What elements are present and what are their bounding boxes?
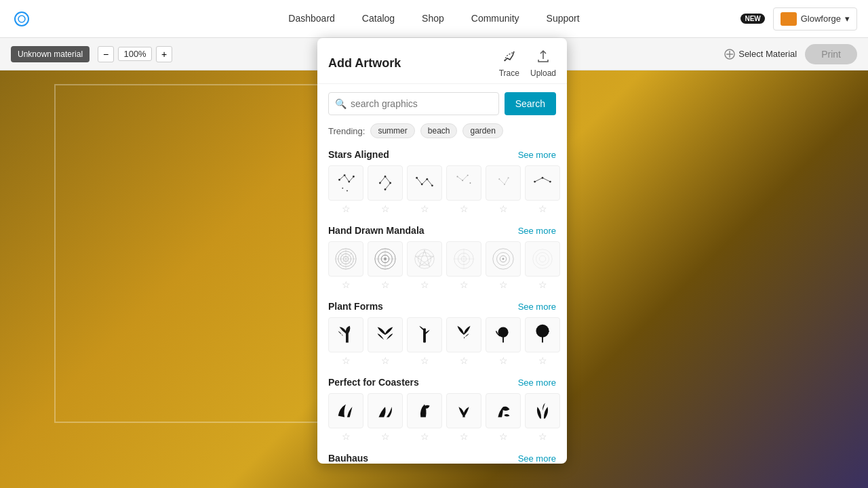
graphic-item[interactable]: ☆ xyxy=(328,241,363,290)
nav-community[interactable]: Community xyxy=(458,2,533,36)
graphic-item[interactable]: ☆ xyxy=(525,241,560,290)
nav-dashboard[interactable]: Dashboard xyxy=(275,2,349,36)
zoom-decrease-button[interactable]: − xyxy=(98,46,114,62)
graphic-thumb xyxy=(525,165,560,201)
graphic-item[interactable]: ☆ xyxy=(407,165,442,214)
favorite-star[interactable]: ☆ xyxy=(342,203,351,214)
favorite-star[interactable]: ☆ xyxy=(381,431,390,442)
graphic-thumb xyxy=(446,241,481,277)
nav-support[interactable]: Support xyxy=(533,2,593,36)
svg-point-12 xyxy=(342,188,343,189)
favorite-star[interactable]: ☆ xyxy=(342,279,351,290)
select-material-button[interactable]: Select Material xyxy=(724,48,797,60)
zoom-increase-button[interactable]: + xyxy=(156,46,172,62)
svg-line-42 xyxy=(535,178,542,182)
section-title-bauhaus: Bauhaus xyxy=(328,453,368,464)
svg-point-1 xyxy=(18,16,25,22)
graphic-item[interactable]: ☆ xyxy=(368,393,403,442)
graphic-item[interactable]: ☆ xyxy=(446,393,481,442)
favorite-star[interactable]: ☆ xyxy=(460,203,469,214)
svg-line-33 xyxy=(462,176,468,181)
favorite-star[interactable]: ☆ xyxy=(499,203,508,214)
nav-shop[interactable]: Shop xyxy=(408,2,458,36)
graphic-item[interactable]: ☆ xyxy=(407,393,442,442)
graphic-item[interactable]: ☆ xyxy=(368,165,403,214)
favorite-star[interactable]: ☆ xyxy=(499,355,508,366)
favorite-star[interactable]: ☆ xyxy=(538,355,547,366)
upload-button[interactable]: Upload xyxy=(530,49,556,78)
svg-point-0 xyxy=(15,12,28,26)
graphic-item[interactable]: ☆ xyxy=(486,241,521,290)
graphic-thumb xyxy=(486,165,521,201)
trending-tag-beach[interactable]: beach xyxy=(420,123,458,138)
favorite-star[interactable]: ☆ xyxy=(342,355,351,366)
logo-icon[interactable] xyxy=(11,8,33,30)
graphic-item[interactable]: ☆ xyxy=(328,393,363,442)
favorite-star[interactable]: ☆ xyxy=(381,203,390,214)
graphic-item[interactable]: ☆ xyxy=(328,165,363,214)
graphic-item[interactable]: ☆ xyxy=(446,241,481,290)
see-more-mandala[interactable]: See more xyxy=(518,226,556,236)
graphic-item[interactable]: ☆ xyxy=(486,165,521,214)
new-badge: NEW xyxy=(741,14,764,24)
favorite-star[interactable]: ☆ xyxy=(381,279,390,290)
favorite-star[interactable]: ☆ xyxy=(460,431,469,442)
graphic-item[interactable]: ☆ xyxy=(486,393,521,442)
panel-actions: Trace Upload xyxy=(499,49,556,78)
see-more-plant[interactable]: See more xyxy=(518,302,556,312)
graphic-item[interactable]: ☆ xyxy=(446,317,481,366)
graphic-item[interactable]: ☆ xyxy=(525,165,560,214)
svg-point-71 xyxy=(533,249,553,269)
graphic-item[interactable]: ☆ xyxy=(368,241,403,290)
favorite-star[interactable]: ☆ xyxy=(381,355,390,366)
search-input[interactable] xyxy=(328,92,499,115)
favorite-star[interactable]: ☆ xyxy=(420,355,429,366)
unknown-material-button[interactable]: Unknown material xyxy=(11,46,90,62)
section-title-mandala: Hand Drawn Mandala xyxy=(328,225,425,236)
graphic-item[interactable]: ☆ xyxy=(525,393,560,442)
favorite-star[interactable]: ☆ xyxy=(499,431,508,442)
see-more-stars[interactable]: See more xyxy=(518,150,556,160)
svg-point-59 xyxy=(418,253,431,266)
favorite-star[interactable]: ☆ xyxy=(420,203,429,214)
graphic-item[interactable]: ☆ xyxy=(446,165,481,214)
see-more-coasters[interactable]: See more xyxy=(518,378,556,388)
svg-line-18 xyxy=(380,177,385,184)
section-header-bauhaus: Bauhaus See more xyxy=(328,453,556,464)
see-more-bauhaus[interactable]: See more xyxy=(518,453,556,464)
trace-label: Trace xyxy=(499,68,519,78)
nav-catalog[interactable]: Catalog xyxy=(349,2,408,36)
favorite-star[interactable]: ☆ xyxy=(538,279,547,290)
zoom-value: 100% xyxy=(118,47,152,61)
graphic-thumb xyxy=(525,241,560,277)
graphic-item[interactable]: ☆ xyxy=(328,317,363,366)
graphic-thumb xyxy=(328,165,363,201)
svg-line-32 xyxy=(458,177,463,181)
trace-icon xyxy=(502,49,517,67)
plant-grid: ☆ ☆ xyxy=(328,317,556,366)
favorite-star[interactable]: ☆ xyxy=(538,431,547,442)
favorite-star[interactable]: ☆ xyxy=(342,431,351,442)
section-coasters: Perfect for Coasters See more ☆ xyxy=(317,374,567,442)
svg-line-27 xyxy=(427,179,433,186)
graphic-item[interactable]: ☆ xyxy=(486,317,521,366)
graphic-thumb xyxy=(407,317,442,352)
svg-rect-76 xyxy=(502,336,504,343)
trending-tag-garden[interactable]: garden xyxy=(462,123,502,138)
favorite-star[interactable]: ☆ xyxy=(460,355,469,366)
trending-tag-summer[interactable]: summer xyxy=(370,123,414,138)
favorite-star[interactable]: ☆ xyxy=(499,279,508,290)
graphic-item[interactable]: ☆ xyxy=(525,317,560,366)
trace-button[interactable]: Trace xyxy=(499,49,519,78)
favorite-star[interactable]: ☆ xyxy=(460,279,469,290)
graphic-item[interactable]: ☆ xyxy=(407,241,442,290)
graphic-item[interactable]: ☆ xyxy=(368,317,403,366)
favorite-star[interactable]: ☆ xyxy=(538,203,547,214)
print-button[interactable]: Print xyxy=(805,44,857,64)
favorite-star[interactable]: ☆ xyxy=(420,431,429,442)
search-button[interactable]: Search xyxy=(505,92,556,115)
glowforge-button[interactable]: Glowforge ▾ xyxy=(773,7,857,30)
graphic-item[interactable]: ☆ xyxy=(407,317,442,366)
panel-body[interactable]: 🔍 Search Trending: summer beach garden S… xyxy=(317,84,567,464)
favorite-star[interactable]: ☆ xyxy=(420,279,429,290)
